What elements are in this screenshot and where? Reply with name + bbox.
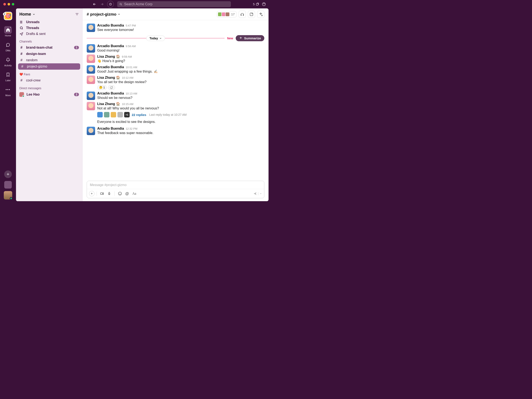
emoji-button[interactable] xyxy=(117,190,123,197)
message[interactable]: Arcadio Buendia5:47 PMSee everyone tomor… xyxy=(87,23,264,33)
dms-section-label[interactable]: Direct messages xyxy=(16,83,82,91)
history-button[interactable] xyxy=(107,1,114,8)
message-author[interactable]: Arcadio Buendia xyxy=(97,127,124,130)
close-window[interactable] xyxy=(3,3,6,6)
channel-row-brand-team-chat[interactable]: #brand-team-chat1 xyxy=(16,44,82,51)
message-avatar[interactable] xyxy=(87,24,95,32)
thread-avatar xyxy=(104,112,109,117)
rail-more[interactable]: ••• More xyxy=(2,84,14,98)
message-text: Good morning! xyxy=(97,48,264,53)
compose-button[interactable]: + xyxy=(4,171,12,178)
rail-dms[interactable]: DMs xyxy=(2,39,14,53)
threads-row[interactable]: Threads xyxy=(16,25,82,31)
sidebar-title[interactable]: Home xyxy=(19,12,31,17)
search-placeholder: Search Acme Corp xyxy=(124,2,152,6)
threads-icon xyxy=(19,26,24,30)
channel-row-design-team[interactable]: #design-team xyxy=(16,51,82,57)
user-avatar[interactable] xyxy=(4,191,12,200)
thread-last-reply: Last reply today at 10:27 AM xyxy=(149,113,186,116)
help-button[interactable] xyxy=(262,2,266,6)
drafts-icon xyxy=(19,32,24,36)
message-author[interactable]: Arcadio Buendia xyxy=(97,44,124,48)
video-button[interactable] xyxy=(99,190,105,197)
search-input[interactable]: Search Acme Corp xyxy=(117,1,231,7)
window-controls[interactable] xyxy=(3,3,14,6)
message[interactable]: Arcadio Buendia10:13 AMShould we be nerv… xyxy=(87,91,264,101)
message-avatar[interactable] xyxy=(87,65,95,74)
rail-home[interactable]: Home xyxy=(2,25,14,38)
secondary-avatar[interactable] xyxy=(4,181,12,189)
search-icon xyxy=(119,3,122,6)
thread-replies-link[interactable]: 22 replies xyxy=(132,113,146,117)
message-author[interactable]: Arcadio Buendia xyxy=(97,24,124,27)
window-count[interactable]: 5 xyxy=(253,2,259,6)
rail-later[interactable]: Later xyxy=(2,69,14,83)
message-avatar[interactable] xyxy=(87,102,95,110)
dm-row[interactable]: Lee Hao 2 xyxy=(16,91,82,98)
thread-avatar xyxy=(111,112,116,117)
date-divider[interactable]: Today xyxy=(146,36,165,41)
member-avatar xyxy=(225,12,230,17)
maximize-window[interactable] xyxy=(12,3,14,6)
unreads-row[interactable]: Unreads xyxy=(16,19,82,25)
message-avatar[interactable] xyxy=(87,44,95,53)
svg-rect-2 xyxy=(256,3,258,5)
svg-point-1 xyxy=(120,3,122,5)
message-avatar[interactable] xyxy=(87,92,95,100)
filter-button[interactable] xyxy=(75,13,79,16)
message-author[interactable]: Lisa Zhang 🏠 xyxy=(97,76,120,80)
dm-avatar xyxy=(19,92,24,97)
members-button[interactable]: 17 xyxy=(217,11,237,18)
favs-section-label[interactable]: ❤️ Favs xyxy=(16,70,82,77)
mention-button[interactable]: @ xyxy=(124,190,130,197)
message-author[interactable]: Arcadio Buendia xyxy=(97,65,124,69)
message-avatar[interactable] xyxy=(87,55,95,63)
thread-summary[interactable]: +122 repliesLast reply today at 10:27 AM xyxy=(97,112,264,117)
message-author[interactable]: Lisa Zhang 🏠 xyxy=(97,55,120,58)
message-composer[interactable]: Message #project-gizmo + @ Aa | xyxy=(87,181,264,198)
channel-name-button[interactable]: # project-gizmo xyxy=(87,12,120,17)
send-button[interactable]: | xyxy=(253,192,262,196)
message[interactable]: Lisa Zhang 🏠10:15 AMNot at all! Why woul… xyxy=(87,101,264,120)
format-button[interactable]: Aa xyxy=(131,190,137,197)
attach-button[interactable]: + xyxy=(89,191,95,196)
message-author[interactable]: Lisa Zhang 🏠 xyxy=(97,102,120,106)
message[interactable]: Arcadio Buendia9:58 AMGood morning! xyxy=(87,43,264,54)
channels-section-label[interactable]: Channels xyxy=(16,37,82,44)
message[interactable]: Arcadio Buendia10:01 AMGood! Just wrappi… xyxy=(87,64,264,75)
message-text: Good! Just wrapping up a few things. ✍🏻 xyxy=(97,69,264,74)
add-reaction-button[interactable] xyxy=(108,85,115,90)
fav-channel-row[interactable]: # cool-crew xyxy=(16,77,82,83)
summarize-button[interactable]: Summarize xyxy=(236,35,264,41)
drafts-row[interactable]: Drafts & sent xyxy=(16,31,82,37)
message-time: 10:15 AM xyxy=(122,102,133,106)
message[interactable]: Lisa Zhang 🏠10:12 AMYou all set for the … xyxy=(87,75,264,91)
reaction[interactable]: 🤔 1 xyxy=(97,85,107,90)
dm-badge: 2 xyxy=(74,93,79,96)
message-time: 12:32 PM xyxy=(126,127,137,130)
channel-row-random[interactable]: #random xyxy=(16,57,82,63)
minimize-window[interactable] xyxy=(8,3,10,6)
audio-button[interactable] xyxy=(106,190,112,197)
message[interactable]: Lisa Zhang 🏠9:59 AM👋 How's it going? xyxy=(87,54,264,64)
nav-forward-button[interactable] xyxy=(99,1,105,8)
composer-input[interactable]: Message #project-gizmo xyxy=(87,181,264,189)
message-author[interactable]: Arcadio Buendia xyxy=(97,92,124,95)
message-avatar[interactable] xyxy=(87,127,95,135)
channel-row-project-gizmo[interactable]: #project-gizmo xyxy=(18,63,80,70)
huddle-button[interactable] xyxy=(239,11,246,18)
channel-badge: 1 xyxy=(74,46,79,49)
svg-rect-8 xyxy=(109,192,110,194)
ai-button[interactable] xyxy=(257,11,264,18)
message-avatar[interactable] xyxy=(87,76,95,84)
canvas-button[interactable] xyxy=(248,11,255,18)
hash-icon: # xyxy=(19,58,24,62)
message-text: You all set for the design review? xyxy=(97,80,264,84)
message[interactable]: Arcadio Buendia12:32 PMThat feedback was… xyxy=(87,126,264,136)
unread-dot xyxy=(10,26,11,28)
hash-icon: # xyxy=(20,64,25,69)
rail-activity[interactable]: Activity xyxy=(2,54,14,68)
nav-back-button[interactable] xyxy=(91,1,98,8)
workspace-badge: 2 xyxy=(3,13,6,16)
hash-icon: # xyxy=(87,12,89,17)
